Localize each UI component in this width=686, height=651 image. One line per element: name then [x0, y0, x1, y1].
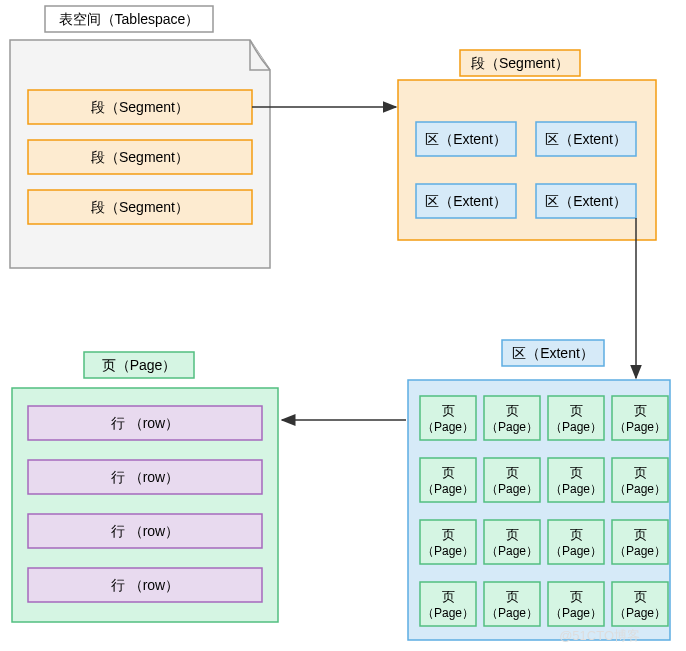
extent-page-cell: 页（Page）	[484, 520, 540, 564]
svg-text:（Page）: （Page）	[422, 420, 474, 434]
svg-text:页: 页	[570, 527, 583, 542]
svg-text:（Page）: （Page）	[614, 482, 666, 496]
extent-page-cell: 页（Page）	[420, 582, 476, 626]
svg-text:（Page）: （Page）	[422, 606, 474, 620]
extent-page-cell: 页（Page）	[612, 582, 668, 626]
svg-text:（Page）: （Page）	[550, 420, 602, 434]
svg-text:（Page）: （Page）	[486, 420, 538, 434]
svg-text:页: 页	[570, 403, 583, 418]
svg-text:页: 页	[442, 527, 455, 542]
extent-title: 区（Extent）	[512, 345, 594, 361]
svg-text:区（Extent）: 区（Extent）	[425, 193, 507, 209]
svg-text:页: 页	[570, 589, 583, 604]
svg-text:页: 页	[634, 527, 647, 542]
svg-text:（Page）: （Page）	[486, 606, 538, 620]
tablespace-item: 段（Segment）	[28, 190, 252, 224]
svg-text:段（Segment）: 段（Segment）	[91, 99, 189, 115]
extent-page-cell: 页（Page）	[548, 582, 604, 626]
extent-page-cell: 页（Page）	[484, 396, 540, 440]
svg-text:行 （row）: 行 （row）	[111, 523, 179, 539]
svg-text:页: 页	[634, 589, 647, 604]
page-item: 行 （row）	[28, 460, 262, 494]
svg-text:（Page）: （Page）	[550, 544, 602, 558]
storage-hierarchy-diagram: 表空间（Tablespace） 段（Segment） 段（Segment） 段（…	[0, 0, 686, 651]
tablespace-container: 表空间（Tablespace） 段（Segment） 段（Segment） 段（…	[10, 6, 270, 268]
extent-page-cell: 页（Page）	[420, 396, 476, 440]
svg-text:（Page）: （Page）	[550, 482, 602, 496]
svg-text:页: 页	[506, 527, 519, 542]
svg-text:（Page）: （Page）	[422, 544, 474, 558]
svg-text:段（Segment）: 段（Segment）	[91, 149, 189, 165]
page-item: 行 （row）	[28, 568, 262, 602]
svg-text:行 （row）: 行 （row）	[111, 415, 179, 431]
extent-container: 区（Extent） 页（Page）页（Page）页（Page）页（Page）页（…	[408, 340, 670, 640]
watermark: @51CTO博客	[559, 628, 640, 643]
extent-page-cell: 页（Page）	[420, 520, 476, 564]
segment-item: 区（Extent）	[416, 184, 516, 218]
segment-item: 区（Extent）	[416, 122, 516, 156]
svg-text:（Page）: （Page）	[486, 544, 538, 558]
svg-text:（Page）: （Page）	[614, 606, 666, 620]
extent-page-cell: 页（Page）	[612, 520, 668, 564]
svg-text:页: 页	[634, 403, 647, 418]
extent-page-cell: 页（Page）	[612, 458, 668, 502]
svg-text:（Page）: （Page）	[550, 606, 602, 620]
svg-text:段（Segment）: 段（Segment）	[91, 199, 189, 215]
page-title: 页（Page）	[102, 357, 177, 373]
extent-page-cell: 页（Page）	[484, 582, 540, 626]
svg-text:（Page）: （Page）	[486, 482, 538, 496]
svg-text:（Page）: （Page）	[614, 420, 666, 434]
svg-text:页: 页	[634, 465, 647, 480]
svg-text:（Page）: （Page）	[614, 544, 666, 558]
svg-text:行 （row）: 行 （row）	[111, 577, 179, 593]
extent-page-cell: 页（Page）	[420, 458, 476, 502]
svg-text:页: 页	[442, 403, 455, 418]
tablespace-title: 表空间（Tablespace）	[59, 11, 200, 27]
extent-page-cell: 页（Page）	[548, 520, 604, 564]
svg-text:区（Extent）: 区（Extent）	[425, 131, 507, 147]
svg-text:页: 页	[442, 465, 455, 480]
svg-text:区（Extent）: 区（Extent）	[545, 193, 627, 209]
extent-page-cell: 页（Page）	[548, 458, 604, 502]
segment-container: 段（Segment） 区（Extent） 区（Extent） 区（Extent）…	[398, 50, 656, 240]
tablespace-item: 段（Segment）	[28, 90, 252, 124]
extent-page-cell: 页（Page）	[548, 396, 604, 440]
svg-text:（Page）: （Page）	[422, 482, 474, 496]
extent-page-cell: 页（Page）	[612, 396, 668, 440]
segment-item: 区（Extent）	[536, 122, 636, 156]
extent-page-cell: 页（Page）	[484, 458, 540, 502]
segment-title: 段（Segment）	[471, 55, 569, 71]
svg-text:区（Extent）: 区（Extent）	[545, 131, 627, 147]
page-item: 行 （row）	[28, 406, 262, 440]
page-item: 行 （row）	[28, 514, 262, 548]
tablespace-item: 段（Segment）	[28, 140, 252, 174]
page-container: 页（Page） 行 （row） 行 （row） 行 （row） 行 （row）	[12, 352, 278, 622]
svg-text:页: 页	[442, 589, 455, 604]
svg-text:页: 页	[570, 465, 583, 480]
svg-text:页: 页	[506, 403, 519, 418]
svg-text:行 （row）: 行 （row）	[111, 469, 179, 485]
svg-text:页: 页	[506, 589, 519, 604]
segment-item: 区（Extent）	[536, 184, 636, 218]
svg-text:页: 页	[506, 465, 519, 480]
